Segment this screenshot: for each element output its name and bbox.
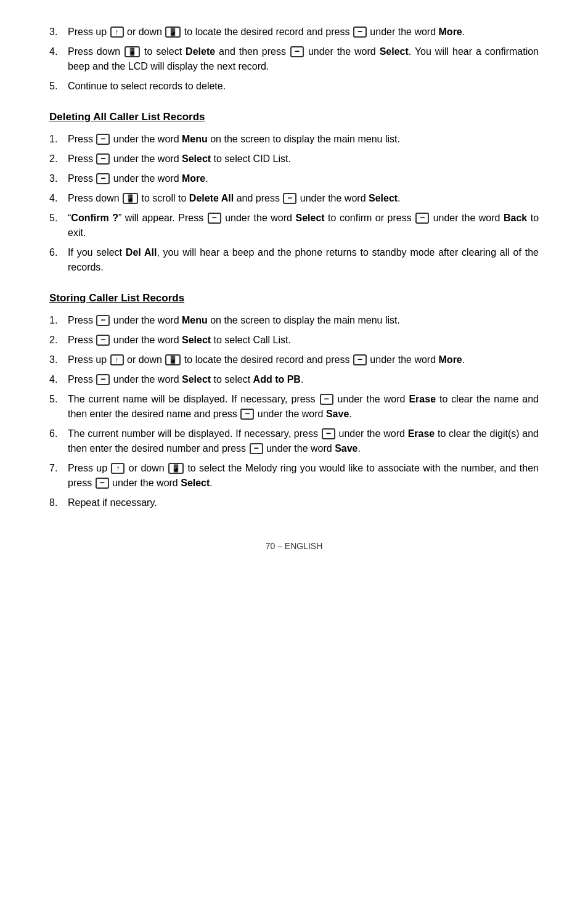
minus-btn: − (415, 213, 429, 224)
list-content: The current name will be displayed. If n… (68, 392, 539, 422)
list-content: “Confirm ?” will appear. Press − under t… (68, 211, 539, 240)
list-content: Repeat if necessary. (68, 495, 539, 510)
page-footer: 70 – ENGLISH (49, 535, 539, 551)
list-item: 5. The current name will be displayed. I… (49, 392, 539, 422)
down-icon: 📱 (168, 463, 184, 474)
list-content: Press − under the word Select to select … (68, 152, 539, 166)
list-num: 5. (49, 211, 68, 226)
list-num: 6. (49, 426, 68, 441)
list-content: Press up ↑ or down 📱 to locate the desir… (68, 25, 539, 39)
list-num: 3. (49, 25, 68, 39)
list-num: 4. (49, 44, 68, 59)
list-item: 4. Press down 📱 to scroll to Delete All … (49, 191, 539, 206)
list-num: 4. (49, 191, 68, 206)
minus-btn: − (320, 394, 333, 405)
delete-all-list: 1. Press − under the word Menu on the sc… (49, 132, 539, 275)
list-item: 5. “Confirm ?” will appear. Press − unde… (49, 211, 539, 240)
list-num: 1. (49, 313, 68, 328)
minus-btn: − (96, 153, 110, 165)
list-item: 1. Press − under the word Menu on the sc… (49, 132, 539, 147)
list-num: 3. (49, 353, 68, 367)
list-item: 1. Press − under the word Menu on the sc… (49, 313, 539, 328)
minus-btn: − (353, 26, 367, 38)
list-num: 3. (49, 171, 68, 186)
list-num: 5. (49, 79, 68, 94)
minus-btn: − (96, 478, 109, 489)
list-content: Press up ↑ or down 📱 to select the Melod… (68, 461, 539, 491)
page: 3. Press up ↑ or down 📱 to locate the de… (31, 0, 557, 588)
minus-btn: − (283, 193, 296, 204)
list-content: Press − under the word Menu on the scree… (68, 132, 539, 147)
minus-btn: − (250, 443, 263, 454)
list-content: Press − under the word Select to select … (68, 333, 539, 348)
list-num: 2. (49, 152, 68, 166)
minus-btn: − (96, 134, 110, 145)
list-item: 4. Press − under the word Select to sele… (49, 372, 539, 387)
list-content: Continue to select records to delete. (68, 79, 539, 94)
list-content: Press − under the word More. (68, 171, 539, 186)
list-num: 7. (49, 461, 68, 476)
delete-all-title: Deleting All Caller List Records (49, 111, 539, 123)
list-num: 2. (49, 333, 68, 348)
intro-list: 3. Press up ↑ or down 📱 to locate the de… (49, 25, 539, 94)
storing-title: Storing Caller List Records (49, 292, 539, 304)
list-content: Press − under the word Select to select … (68, 372, 539, 387)
list-item: 3. Press up ↑ or down 📱 to locate the de… (49, 353, 539, 367)
up-icon: ↑ (111, 463, 125, 474)
list-item: 5. Continue to select records to delete. (49, 79, 539, 94)
scroll-icon: 📱 (125, 46, 140, 57)
up-icon: ↑ (110, 26, 124, 38)
list-item: 6. If you select Del All, you will hear … (49, 245, 539, 275)
list-item: 4. Press down 📱 to select Delete and the… (49, 44, 539, 74)
list-content: Press up ↑ or down 📱 to locate the desir… (68, 353, 539, 367)
list-item: 6. The current number will be displayed.… (49, 426, 539, 456)
list-num: 5. (49, 392, 68, 407)
minus-btn: − (240, 409, 254, 420)
list-content: Press − under the word Menu on the scree… (68, 313, 539, 328)
storing-list: 1. Press − under the word Menu on the sc… (49, 313, 539, 510)
list-item: 3. Press up ↑ or down 📱 to locate the de… (49, 25, 539, 39)
down-icon: 📱 (165, 26, 181, 38)
list-num: 4. (49, 372, 68, 387)
list-num: 1. (49, 132, 68, 147)
up-icon: ↑ (110, 354, 124, 365)
list-item: 2. Press − under the word Select to sele… (49, 152, 539, 166)
minus-btn: − (96, 315, 110, 326)
scroll-icon: 📱 (123, 193, 138, 204)
list-num: 6. (49, 245, 68, 260)
list-item: 2. Press − under the word Select to sele… (49, 333, 539, 348)
minus-btn: − (96, 335, 110, 346)
down-icon: 📱 (165, 354, 181, 365)
list-content: Press down 📱 to select Delete and then p… (68, 44, 539, 74)
list-content: The current number will be displayed. If… (68, 426, 539, 456)
list-content: If you select Del All, you will hear a b… (68, 245, 539, 275)
list-item: 8. Repeat if necessary. (49, 495, 539, 510)
list-item: 7. Press up ↑ or down 📱 to select the Me… (49, 461, 539, 491)
list-content: Press down 📱 to scroll to Delete All and… (68, 191, 539, 206)
minus-btn: − (208, 213, 221, 224)
list-item: 3. Press − under the word More. (49, 171, 539, 186)
minus-btn: − (290, 46, 304, 57)
list-num: 8. (49, 495, 68, 510)
minus-btn: − (322, 428, 335, 439)
minus-btn: − (96, 173, 110, 184)
minus-btn: − (353, 354, 367, 365)
minus-btn: − (96, 374, 110, 385)
